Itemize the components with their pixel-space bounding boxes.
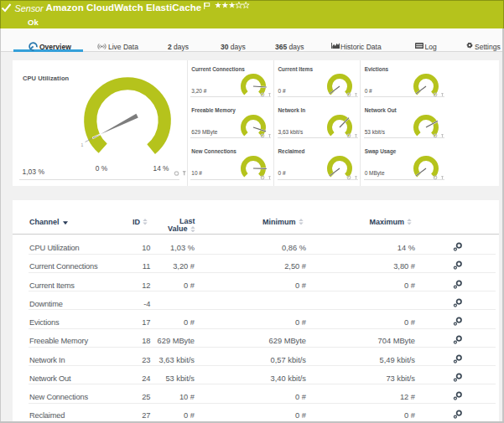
svg-text:1: 1 (81, 142, 84, 147)
